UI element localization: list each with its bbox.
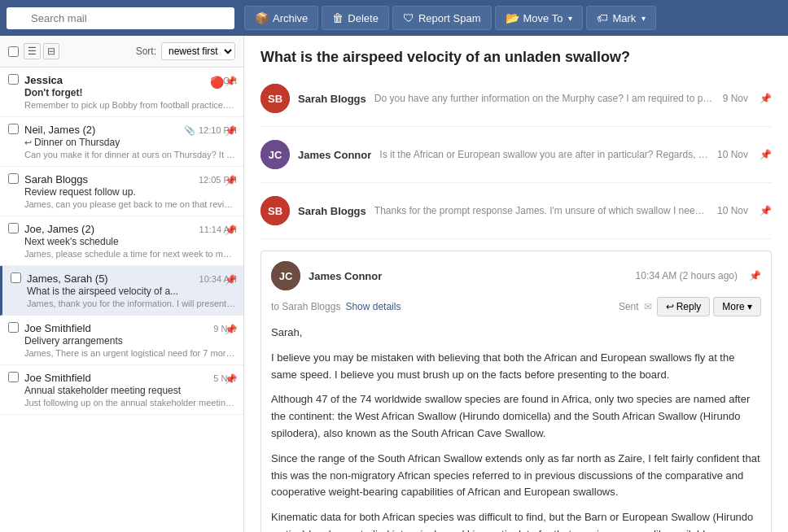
avatar: SB (260, 84, 290, 113)
pin-icon: 📌 (225, 324, 237, 335)
list-header: ☰ ⊟ Sort: newest first oldest first send… (0, 36, 243, 68)
svg-text:JC: JC (269, 149, 282, 161)
move-to-button[interactable]: 📂 Move To ▾ (495, 6, 584, 30)
move-icon: 📂 (506, 11, 519, 24)
detail-subject: What is the airspeed velocity of an unla… (260, 49, 772, 66)
email-checkbox[interactable] (8, 223, 19, 233)
email-detail-panel: What is the airspeed velocity of an unla… (244, 36, 788, 532)
expanded-message: JC James Connor 10:34 AM (2 hours ago) 📌… (260, 251, 772, 532)
email-checkbox[interactable] (11, 273, 21, 283)
move-to-dropdown-arrow: ▾ (568, 14, 572, 23)
thread-sender-name: Sarah Bloggs (298, 205, 366, 217)
list-item[interactable]: Joe Smithfield 9 Nov Delivery arrangemen… (0, 316, 243, 365)
toolbar: 🔍 📦 Archive 🗑 Delete 🛡 Report Spam 📂 Mov… (0, 0, 788, 36)
thread-header[interactable]: SB Sarah Bloggs Do you have any further … (260, 79, 772, 118)
thread-sender-name: James Connor (298, 149, 371, 161)
email-items: Jessica 23 Oct Don't forget! Remember to… (0, 68, 243, 532)
sort-select[interactable]: newest first oldest first sender subject (161, 42, 235, 60)
email-sender: Jessica (24, 74, 63, 86)
email-content: Neil, James (2) 📎12:10 PM ↩Dinner on Thu… (24, 124, 237, 159)
reply-icon: ↩ (666, 301, 674, 312)
email-body: Sarah, I believe you may be mistaken wit… (271, 325, 761, 532)
email-preview: James, thank you for the information. I … (27, 299, 237, 308)
search-input[interactable] (7, 7, 234, 29)
select-all-checkbox[interactable] (8, 46, 19, 57)
email-checkbox[interactable] (8, 322, 19, 333)
pin-icon: 📌 (225, 175, 237, 186)
avatar: JC (271, 261, 300, 290)
report-spam-button[interactable]: 🛡 Report Spam (392, 6, 492, 30)
pin-icon: 📌 (225, 274, 237, 286)
list-item[interactable]: Jessica 23 Oct Don't forget! Remember to… (0, 68, 243, 117)
archive-button[interactable]: 📦 Archive (244, 6, 318, 30)
email-preview: James, There is an urgent logistical nee… (24, 348, 237, 358)
thread-header[interactable]: JC James Connor Is it the African or Eur… (260, 135, 772, 174)
thread-sender-name: Sarah Bloggs (298, 93, 366, 105)
body-paragraph: Sarah, (271, 325, 761, 342)
body-paragraph: Although 47 of the 74 worldwide swallow … (271, 391, 761, 442)
pin-icon: 📌 (225, 373, 237, 385)
main-layout: ☰ ⊟ Sort: newest first oldest first send… (0, 36, 788, 532)
mark-dropdown-arrow: ▾ (641, 14, 646, 23)
show-details-link[interactable]: Show details (345, 301, 401, 312)
list-view-button[interactable]: ☰ (24, 43, 41, 59)
email-subject: ↩Dinner on Thursday (24, 137, 237, 148)
email-subject: Next week's schedule (24, 236, 237, 247)
email-subject: Delivery arrangements (24, 335, 237, 347)
thread-preview: Thanks for the prompt response James. I'… (374, 205, 709, 216)
attachment-icon: 📎 (184, 125, 195, 135)
avatar: JC (260, 140, 290, 169)
email-sender: James, Sarah (5) (27, 273, 108, 285)
email-preview: Remember to pick up Bobby from football … (24, 100, 237, 110)
body-paragraph: Kinematic data for both African species … (271, 509, 761, 532)
body-paragraph: I believe you may be mistaken with belie… (271, 350, 761, 384)
delete-button[interactable]: 🗑 Delete (322, 6, 389, 30)
sent-icon: ✉ (644, 301, 652, 312)
thread-preview: Is it the African or European swallow yo… (379, 149, 709, 160)
compact-view-button[interactable]: ⊟ (43, 43, 59, 59)
email-preview: Can you make it for dinner at ours on Th… (24, 150, 237, 159)
list-item[interactable]: James, Sarah (5) 10:34 AM What is the ai… (0, 266, 243, 316)
thread-header[interactable]: SB Sarah Bloggs Thanks for the prompt re… (260, 191, 772, 230)
list-item[interactable]: Joe, James (2) 11:14 AM Next week's sche… (0, 216, 243, 266)
email-checkbox[interactable] (8, 74, 19, 85)
list-item[interactable]: Neil, James (2) 📎12:10 PM ↩Dinner on Thu… (0, 117, 243, 167)
reply-icon: ↩ (24, 137, 32, 148)
to-label: to Sarah Bloggs (271, 301, 340, 312)
more-button[interactable]: More ▾ (713, 297, 761, 316)
email-content: Joe, James (2) 11:14 AM Next week's sche… (24, 223, 237, 259)
email-sender: Neil, James (2) (24, 124, 95, 136)
email-subject: Don't forget! (24, 87, 237, 98)
email-checkbox[interactable] (8, 124, 19, 134)
expanded-date: 10:34 AM (2 hours ago) (636, 270, 738, 281)
email-checkbox[interactable] (8, 372, 19, 382)
report-spam-label: Report Spam (418, 12, 481, 24)
expanded-header: JC James Connor 10:34 AM (2 hours ago) 📌 (271, 261, 761, 290)
spam-icon: 🛡 (403, 11, 414, 24)
mark-label: Mark (612, 12, 636, 24)
email-sender: Joe, James (2) (24, 223, 94, 235)
reply-button[interactable]: ↩ Reply (657, 297, 711, 316)
email-sender: Sarah Bloggs (24, 173, 88, 185)
thread-message: JC James Connor Is it the African or Eur… (260, 135, 772, 183)
expanded-sender: James Connor (309, 270, 382, 282)
avatar: SB (260, 196, 290, 225)
email-content: James, Sarah (5) 10:34 AM What is the ai… (27, 273, 237, 308)
list-item[interactable]: Sarah Bloggs 12:05 PM Review request fol… (0, 167, 243, 216)
email-preview: Just following up on the annual stakehol… (24, 398, 237, 408)
email-content: Jessica 23 Oct Don't forget! Remember to… (24, 74, 237, 110)
mark-button[interactable]: 🏷 Mark ▾ (586, 6, 656, 30)
archive-icon: 📦 (255, 11, 269, 24)
email-list-panel: ☰ ⊟ Sort: newest first oldest first send… (0, 36, 244, 532)
email-sender: Joe Smithfield (24, 372, 91, 384)
archive-label: Archive (273, 12, 308, 24)
action-buttons: ↩ Reply More ▾ (657, 297, 761, 316)
email-subject: Annual stakeholder meeting request (24, 385, 237, 396)
list-item[interactable]: Joe Smithfield 5 Nov Annual stakeholder … (0, 365, 243, 415)
email-checkbox[interactable] (8, 173, 19, 184)
search-wrapper: 🔍 (7, 7, 234, 29)
mark-icon: 🏷 (597, 11, 608, 24)
svg-text:SB: SB (268, 205, 282, 217)
delete-label: Delete (348, 12, 379, 24)
pin-icon: 📌 (225, 225, 237, 236)
